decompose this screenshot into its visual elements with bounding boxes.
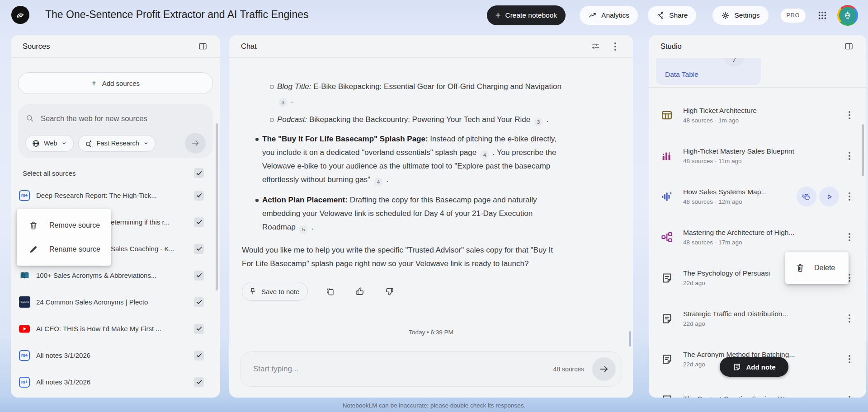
remove-source-menu-item[interactable]: Remove source xyxy=(17,215,111,236)
data-table-icon xyxy=(660,109,674,122)
item-more-menu-icon[interactable] xyxy=(842,229,857,245)
chat-text: Blog Title: xyxy=(277,82,311,91)
item-more-menu-icon[interactable] xyxy=(842,351,857,367)
studio-item[interactable]: How Sales Systems Map... 48 sources · 12… xyxy=(649,176,866,217)
pencil-icon xyxy=(28,244,38,254)
web-filter-dropdown[interactable]: Web xyxy=(25,135,74,152)
gear-icon xyxy=(721,11,730,20)
source-checkbox[interactable] xyxy=(194,377,204,387)
note-icon xyxy=(660,313,674,325)
search-submit-button[interactable] xyxy=(185,133,206,154)
rename-source-menu-item[interactable]: Rename source xyxy=(17,239,111,260)
data-table-card[interactable]: Data Table xyxy=(656,58,761,85)
chat-more-menu-icon[interactable] xyxy=(608,39,623,54)
create-notebook-button[interactable]: + Create notebook xyxy=(487,5,566,25)
notebook-source-icon: m+ xyxy=(19,350,30,361)
source-title: Sales Coaching - K... xyxy=(111,245,194,253)
notebooklm-logo[interactable] xyxy=(11,6,29,24)
chat-message-area: Blog Title: E-Bike Bikepacking: Essentia… xyxy=(242,57,565,271)
settings-button[interactable]: Settings xyxy=(712,5,769,25)
citation-badge[interactable]: 3 xyxy=(278,98,288,107)
waving-hand-icon xyxy=(801,191,812,202)
source-context-menu: Remove source Rename source xyxy=(17,209,111,266)
studio-item-meta: 48 sources · 12m ago xyxy=(683,198,797,205)
send-button[interactable] xyxy=(592,357,616,381)
source-title: AI CEO: THIS is How I'd Make My First ..… xyxy=(36,325,194,332)
source-row[interactable]: m+ Deep Research Report: The High-Tick..… xyxy=(11,182,220,209)
studio-item[interactable]: High Ticket Architecture 48 sources · 1m… xyxy=(649,95,866,136)
source-checkbox[interactable] xyxy=(194,297,204,307)
source-checkbox[interactable] xyxy=(194,191,204,201)
studio-item-title: How Sales Systems Map... xyxy=(683,188,797,196)
add-sources-button[interactable]: + Add sources xyxy=(18,72,213,94)
source-checkbox[interactable] xyxy=(194,271,204,281)
divider xyxy=(229,57,633,58)
pin-icon xyxy=(249,287,257,295)
youtube-icon xyxy=(18,324,31,333)
chat-sub-bullet: Podcast: Bikepacking the Backcountry: Po… xyxy=(242,113,565,126)
chat-response-actions: Save to note xyxy=(242,282,397,301)
bar-chart-icon xyxy=(660,150,674,162)
source-checkbox[interactable] xyxy=(194,217,204,227)
chat-panel-title: Chat xyxy=(241,42,257,51)
source-row[interactable]: PLECTO 24 Common Sales Acronyms | Plecto xyxy=(11,289,220,315)
citation-badge[interactable]: 3 xyxy=(534,117,543,126)
source-row[interactable]: 100+ Sales Acronyms & Abbreviations... xyxy=(11,262,220,289)
sources-scrollbar[interactable] xyxy=(216,123,218,290)
research-mode-dropdown[interactable]: Fast Research xyxy=(78,135,156,152)
studio-item-list: High Ticket Architecture 48 sources · 1m… xyxy=(649,95,866,398)
citation-badge[interactable]: 5 xyxy=(299,225,308,234)
search-icon xyxy=(25,114,34,123)
select-all-label: Select all sources xyxy=(23,169,76,177)
expand-panel-icon[interactable] xyxy=(841,39,856,54)
source-checkbox[interactable] xyxy=(194,351,204,360)
search-input[interactable] xyxy=(41,114,206,123)
chat-date-label: Today • 6:39 PM xyxy=(229,329,633,336)
analytics-label: Analytics xyxy=(601,11,629,19)
analytics-button[interactable]: Analytics xyxy=(579,5,638,25)
thumbs-down-icon[interactable] xyxy=(382,284,397,299)
source-checkbox[interactable] xyxy=(194,244,204,254)
create-notebook-label: Create notebook xyxy=(505,11,557,19)
source-row[interactable]: AI CEO: THIS is How I'd Make My First ..… xyxy=(11,315,220,342)
chat-panel: Chat Blog Title: E-Bike Bikepacking: Ess… xyxy=(229,35,633,398)
share-button[interactable]: Share xyxy=(647,5,697,25)
item-more-menu-icon[interactable] xyxy=(842,392,857,398)
chat-input[interactable] xyxy=(253,365,553,374)
studio-item[interactable]: High-Ticket Mastery Sales Blueprint 48 s… xyxy=(649,136,866,176)
item-more-menu-icon[interactable] xyxy=(842,108,857,123)
studio-scrollbar[interactable] xyxy=(862,124,864,176)
user-avatar[interactable] xyxy=(837,5,858,26)
chevron-down-icon xyxy=(61,140,67,146)
chat-scrollbar[interactable] xyxy=(629,331,631,346)
copy-icon[interactable] xyxy=(322,284,338,299)
collapse-panel-icon[interactable] xyxy=(195,39,210,54)
interactive-mode-button[interactable] xyxy=(797,187,816,206)
globe-icon xyxy=(32,139,40,148)
select-all-checkbox[interactable] xyxy=(194,168,204,178)
thumbs-up-icon[interactable] xyxy=(352,284,368,299)
google-apps-grid-icon[interactable] xyxy=(815,8,830,23)
item-more-menu-icon[interactable] xyxy=(842,148,857,164)
play-audio-button[interactable] xyxy=(819,187,839,206)
notebook-title: The One-Sentence Profit Extractor and AI… xyxy=(45,9,309,21)
data-table-card-region: Data Table xyxy=(649,58,866,87)
notebook-source-icon: m+ xyxy=(19,377,30,388)
item-more-menu-icon[interactable] xyxy=(842,311,857,326)
source-row[interactable]: m+ All notes 3/1/2026 xyxy=(11,342,220,369)
chat-settings-icon[interactable] xyxy=(588,39,603,54)
divider xyxy=(11,57,220,58)
source-row[interactable]: m+ All notes 3/1/2026 xyxy=(11,369,220,395)
add-note-button[interactable]: Add note xyxy=(720,357,788,377)
citation-badge[interactable]: 4 xyxy=(374,178,383,187)
save-to-note-button[interactable]: Save to note xyxy=(242,282,308,301)
studio-delete-menu-item[interactable]: Delete xyxy=(785,252,849,284)
citation-badge[interactable]: 4 xyxy=(480,150,489,159)
item-more-menu-icon[interactable] xyxy=(842,189,857,204)
studio-item[interactable]: Strategic Traffic and Distribution... 22… xyxy=(649,298,866,339)
select-all-row: Select all sources xyxy=(23,166,204,180)
share-icon xyxy=(656,11,665,19)
source-checkbox[interactable] xyxy=(194,324,204,334)
studio-item[interactable]: The Content Creation Engine: Wee... xyxy=(649,379,866,398)
data-table-label[interactable]: Data Table xyxy=(665,70,698,79)
